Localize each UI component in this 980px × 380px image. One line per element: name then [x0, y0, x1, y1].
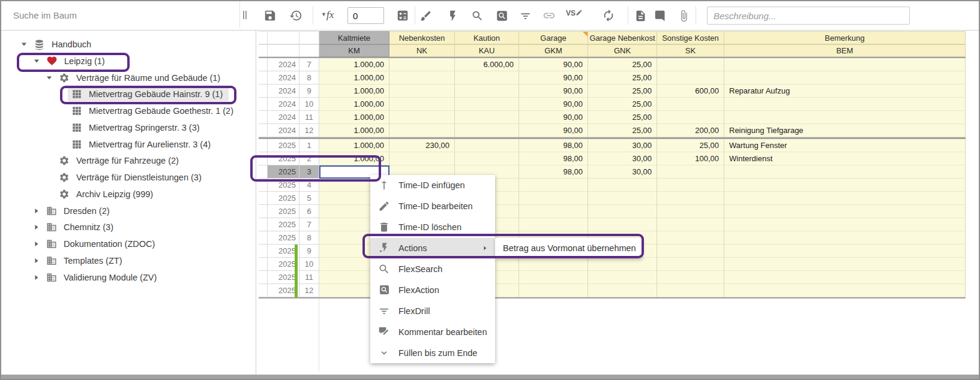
grid-cell[interactable]: [724, 179, 966, 192]
grid-cell[interactable]: [519, 258, 588, 271]
row-month-header[interactable]: 6: [299, 205, 319, 218]
tree-item[interactable]: Dokumentation (ZDOC): [1, 236, 285, 252]
column-header-title[interactable]: Kaution: [455, 31, 519, 44]
column-header-title[interactable]: Sonstige Kosten: [657, 31, 724, 44]
grid-cell[interactable]: [657, 192, 724, 205]
context-menu-item[interactable]: Time-ID löschen: [370, 217, 495, 238]
grid-cell[interactable]: 1.000,00: [319, 124, 389, 137]
grid-cell[interactable]: [389, 71, 455, 85]
grid-cell[interactable]: [455, 71, 519, 85]
column-header-title[interactable]: Bemerkung: [724, 31, 966, 44]
grid-cell[interactable]: [519, 284, 588, 297]
tree-item-body[interactable]: Leipzig (1): [43, 53, 111, 68]
paperclip-icon[interactable]: [676, 8, 691, 23]
grid-cell[interactable]: 1.000,00: [319, 98, 389, 111]
grid-cell[interactable]: 25,00: [588, 124, 657, 137]
grid-cell[interactable]: 1.000,00: [319, 85, 389, 98]
grid-cell[interactable]: 1.000,00: [319, 58, 389, 71]
grid-cell[interactable]: 1.000,00: [319, 152, 389, 165]
lightning-icon[interactable]: [445, 8, 460, 23]
grid-cell[interactable]: [588, 258, 657, 271]
grid-cell[interactable]: [519, 271, 588, 284]
column-header-code[interactable]: KM: [319, 44, 389, 57]
context-menu-item[interactable]: Kommentar bearbeiten: [370, 321, 495, 342]
column-header-code[interactable]: BEM: [724, 44, 966, 57]
grid-cell[interactable]: [724, 271, 966, 284]
grid-cell[interactable]: [657, 165, 724, 179]
grid-cell[interactable]: [657, 284, 724, 297]
expander-down-icon[interactable]: [43, 73, 55, 83]
submenu-item-betrag-uebernehmen[interactable]: Betrag aus Vormonat übernehmen: [495, 238, 642, 258]
tree-item-body[interactable]: Verträge für Dienstleistungen (3): [55, 170, 208, 185]
grid-cell[interactable]: [389, 152, 455, 165]
row-month-header[interactable]: 2: [299, 152, 319, 165]
column-header-title[interactable]: Kaltmiete: [319, 31, 389, 44]
grid-cell[interactable]: [657, 231, 724, 245]
grid-cell[interactable]: 25,00: [588, 98, 657, 111]
row-month-header[interactable]: 4: [299, 179, 319, 192]
tree-item[interactable]: Handbuch: [1, 36, 272, 53]
tree-item[interactable]: Verträge für Fahrzeuge (2): [1, 152, 298, 169]
grid-cell[interactable]: [724, 58, 966, 71]
expander-right-icon[interactable]: [31, 256, 43, 266]
tree-item-body[interactable]: Dokumentation (ZDOC): [43, 237, 161, 251]
grid-cell[interactable]: 98,00: [519, 165, 588, 179]
column-header-title[interactable]: Nebenkosten: [389, 31, 455, 44]
row-month-header[interactable]: 9: [299, 245, 319, 258]
column-header-code[interactable]: GKM: [519, 44, 588, 57]
history-icon[interactable]: [289, 8, 303, 23]
column-header-code[interactable]: GNK: [588, 44, 657, 57]
tree-item[interactable]: Mietvertrag Springerstr. 3 (3): [1, 119, 310, 136]
grid-cell[interactable]: [389, 98, 455, 111]
row-month-header[interactable]: 7: [299, 218, 319, 231]
column-header-code[interactable]: KAU: [455, 44, 519, 57]
grid-cell[interactable]: [724, 218, 966, 231]
column-header-code[interactable]: NK: [389, 44, 455, 57]
grid-cell[interactable]: [724, 111, 966, 124]
grid-cell[interactable]: 98,00: [519, 152, 588, 165]
grid-cell[interactable]: [588, 271, 657, 284]
grid-cell[interactable]: 600,00: [657, 85, 724, 98]
grid-cell[interactable]: 90,00: [519, 85, 588, 98]
document-icon[interactable]: [633, 8, 648, 23]
context-menu-item[interactable]: Time-ID bearbeiten: [370, 196, 495, 217]
formula-dropdown-icon[interactable]: ▼fx: [321, 9, 334, 21]
vs-edit-icon[interactable]: VS: [566, 9, 583, 18]
grid-cell[interactable]: 30,00: [588, 165, 657, 179]
tree-item-body[interactable]: Dresden (2): [43, 204, 116, 218]
tree-item[interactable]: Validierung Module (ZV): [1, 269, 285, 286]
grid-cell[interactable]: [455, 98, 519, 111]
grid-cell[interactable]: 230,00: [389, 139, 455, 152]
grid-cell[interactable]: 1.000,00: [319, 71, 389, 85]
grid-cell[interactable]: [657, 71, 724, 85]
tree-item-body[interactable]: Mietvertrag für Aurelienstr. 3 (4): [68, 137, 217, 152]
row-month-header[interactable]: 10: [299, 258, 319, 271]
grid-cell[interactable]: [588, 179, 657, 192]
grid-cell[interactable]: Winterdienst: [724, 152, 966, 165]
grid-cell[interactable]: Reinigung Tiefgarage: [724, 124, 966, 137]
grid-cell[interactable]: 30,00: [588, 152, 657, 165]
grid-cell[interactable]: [389, 85, 455, 98]
grid-cell[interactable]: [657, 245, 724, 258]
grid-cell[interactable]: [724, 284, 966, 297]
row-month-header[interactable]: 8: [299, 231, 319, 245]
context-menu-item[interactable]: Actions: [370, 238, 495, 259]
tree-item[interactable]: Templates (ZT): [1, 252, 285, 269]
grid-cell[interactable]: [657, 111, 724, 124]
grid-cell[interactable]: [519, 179, 588, 192]
grid-cell[interactable]: [455, 85, 519, 98]
grid-cell[interactable]: 1.000,00: [319, 111, 389, 124]
calculator-icon[interactable]: [395, 8, 410, 23]
row-month-header[interactable]: 8: [299, 71, 319, 85]
grid-cell[interactable]: [657, 271, 724, 284]
grid-cell[interactable]: [657, 98, 724, 111]
grid-cell[interactable]: [389, 124, 455, 137]
grid-cell[interactable]: 25,00: [588, 58, 657, 71]
brush-icon[interactable]: [418, 8, 433, 23]
save-icon[interactable]: [263, 8, 277, 23]
grid-cell[interactable]: 200,00: [657, 124, 724, 137]
column-header-title[interactable]: Garage Nebenkost: [588, 31, 657, 44]
grid-cell[interactable]: Reparatur Aufzug: [724, 85, 966, 98]
link-icon[interactable]: [542, 8, 556, 23]
grid-cell[interactable]: 90,00: [519, 98, 588, 111]
